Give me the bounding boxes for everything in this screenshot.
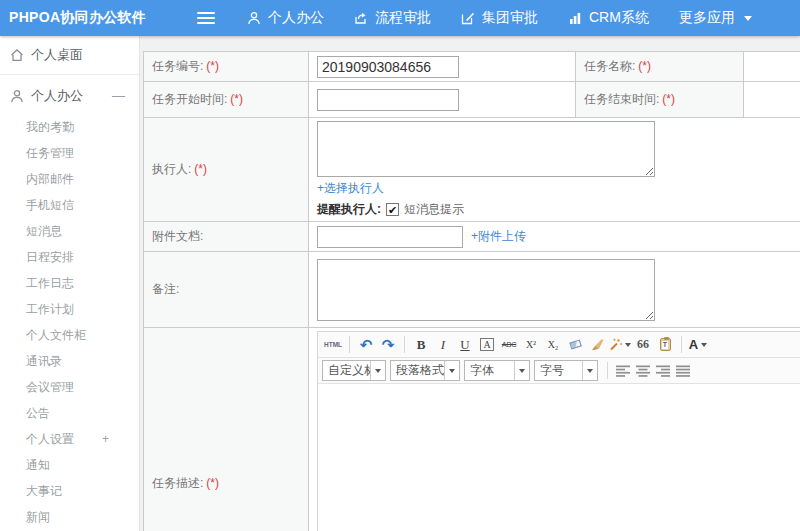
html-source-button[interactable]: HTML <box>323 334 343 356</box>
sms-option-label: 短消息提示 <box>404 201 464 218</box>
attachment-label: 附件文档: <box>152 229 203 243</box>
underline-button[interactable]: U <box>455 334 475 356</box>
align-left-icon <box>616 365 630 377</box>
start-time-label: 任务开始时间: <box>152 92 227 106</box>
strikethrough-button[interactable]: ABC <box>499 334 519 356</box>
paste-text-button[interactable]: T <box>655 334 675 356</box>
nav-item-personal-office[interactable]: 个人办公 <box>247 9 324 27</box>
collapse-icon[interactable]: — <box>112 88 125 103</box>
sidebar-item-personal-file-cabinet[interactable]: 个人文件柜 <box>0 322 139 348</box>
edit-icon <box>461 11 475 25</box>
superscript-button[interactable]: X² <box>521 334 541 356</box>
divider <box>607 362 608 379</box>
rich-text-editor: HTML ↶ ↷ B I U A ABC X² X₂ <box>317 331 800 531</box>
nav-item-more-apps[interactable]: 更多应用 <box>679 9 752 27</box>
align-right-button[interactable] <box>654 360 672 382</box>
nav-item-workflow-approval[interactable]: 流程审批 <box>354 9 431 27</box>
executor-textarea[interactable] <box>317 121 655 177</box>
home-icon <box>10 48 24 62</box>
sms-remind-checkbox[interactable]: ✔ <box>386 203 399 216</box>
remark-textarea[interactable] <box>317 259 655 321</box>
align-center-button[interactable] <box>634 360 652 382</box>
attachment-upload-link[interactable]: +附件上传 <box>471 228 526 245</box>
attachment-input[interactable] <box>317 226 463 248</box>
sidebar-item-schedule[interactable]: 日程安排 <box>0 244 139 270</box>
bar-chart-icon <box>568 11 582 25</box>
sidebar-item-label: 个人办公 <box>31 87 83 105</box>
divider <box>404 336 405 353</box>
sidebar-item-label: 我的考勤 <box>26 114 74 140</box>
font-size-select[interactable]: 字号 <box>534 360 598 381</box>
align-justify-button[interactable] <box>674 360 692 382</box>
sidebar-item-announcement[interactable]: 公告 <box>0 400 139 426</box>
expand-icon[interactable]: + <box>102 426 109 452</box>
format-brush-button[interactable] <box>587 334 607 356</box>
select-label: 段落格式 <box>391 362 444 379</box>
divider <box>349 336 350 353</box>
redo-button[interactable]: ↷ <box>378 334 398 356</box>
attachment-label-cell: 附件文档: <box>144 222 309 252</box>
autoformat-button[interactable]: A <box>480 338 493 351</box>
sidebar-item-meeting-management[interactable]: 会议管理 <box>0 374 139 400</box>
sidebar-item-work-plan[interactable]: 工作计划 <box>0 296 139 322</box>
sidebar-item-task-management[interactable]: 任务管理 <box>0 140 139 166</box>
sidebar-item-label: 会议管理 <box>26 374 74 400</box>
required-mark: (*) <box>206 476 219 490</box>
sidebar-item-mobile-sms[interactable]: 手机短信 <box>0 192 139 218</box>
undo-button[interactable]: ↶ <box>356 334 376 356</box>
start-time-input[interactable] <box>317 89 459 111</box>
executor-label: 执行人: <box>152 162 191 176</box>
sidebar-item-notification[interactable]: 通知 <box>0 452 139 478</box>
chevron-down-icon <box>744 16 752 21</box>
menu-toggle-icon[interactable] <box>197 9 217 27</box>
sidebar-item-personal-settings[interactable]: 个人设置 + <box>0 426 139 452</box>
nav-item-group-approval[interactable]: 集团审批 <box>461 9 538 27</box>
remark-label-cell: 备注: <box>144 252 309 328</box>
editor-content-area[interactable] <box>318 384 800 531</box>
font-family-select[interactable]: 字体 <box>464 360 530 381</box>
bold-button[interactable]: B <box>411 334 431 356</box>
align-left-button[interactable] <box>614 360 632 382</box>
sidebar-item-personal-desktop[interactable]: 个人桌面 <box>0 36 139 73</box>
select-label: 字体 <box>465 362 514 379</box>
magic-format-button[interactable] <box>609 334 631 356</box>
divider <box>0 74 139 75</box>
nav-item-label: CRM系统 <box>589 9 649 27</box>
task-number-input[interactable] <box>317 56 459 78</box>
sidebar-item-work-log[interactable]: 工作日志 <box>0 270 139 296</box>
chevron-down-icon <box>449 369 455 373</box>
subscript-button[interactable]: X₂ <box>543 334 563 356</box>
workflow-icon <box>354 11 368 25</box>
nav-item-label: 个人办公 <box>268 9 324 27</box>
sidebar-item-events[interactable]: 大事记 <box>0 478 139 504</box>
start-time-input-cell <box>309 82 576 118</box>
end-time-label: 任务结束时间: <box>584 92 659 106</box>
task-name-label-cell: 任务名称:(*) <box>576 52 744 82</box>
eraser-button[interactable] <box>565 334 585 356</box>
sidebar-item-label: 公告 <box>26 400 50 426</box>
sidebar-item-personal-office[interactable]: 个人办公 — <box>0 77 139 114</box>
choose-executor-link[interactable]: +选择执行人 <box>317 181 384 195</box>
required-mark: (*) <box>206 59 219 73</box>
nav-item-crm-system[interactable]: CRM系统 <box>568 9 649 27</box>
select-label: 字号 <box>535 362 582 379</box>
italic-button[interactable]: I <box>433 334 453 356</box>
chevron-down-icon <box>625 343 631 347</box>
chevron-down-icon <box>375 369 381 373</box>
sidebar-item-internal-mail[interactable]: 内部邮件 <box>0 166 139 192</box>
paragraph-format-select[interactable]: 段落格式 <box>390 360 460 381</box>
blockquote-button[interactable]: 66 <box>633 334 653 356</box>
nav-item-label: 流程审批 <box>375 9 431 27</box>
font-color-glyph: A <box>689 337 698 352</box>
sidebar-item-label: 内部邮件 <box>26 166 74 192</box>
sidebar-item-my-attendance[interactable]: 我的考勤 <box>0 114 139 140</box>
remark-input-cell <box>309 252 800 328</box>
sidebar-item-news[interactable]: 新闻 <box>0 504 139 530</box>
custom-title-select[interactable]: 自定义标题 <box>322 360 386 381</box>
sidebar-item-short-message[interactable]: 短消息 <box>0 218 139 244</box>
font-color-button[interactable]: A <box>688 334 708 356</box>
form-row-executor: 执行人:(*) +选择执行人 提醒执行人: ✔ 短消息提示 <box>144 118 800 222</box>
sidebar-item-contacts[interactable]: 通讯录 <box>0 348 139 374</box>
sidebar-item-label: 大事记 <box>26 478 62 504</box>
nav-item-label: 更多应用 <box>679 9 735 27</box>
